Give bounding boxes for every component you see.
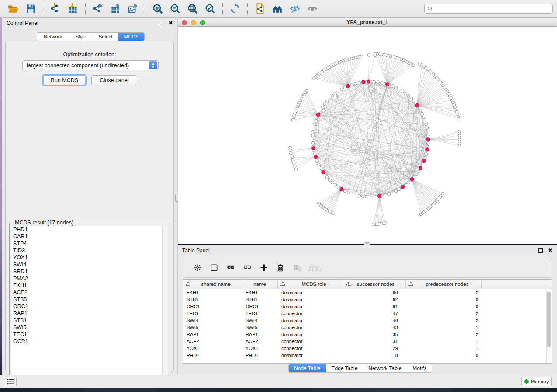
- open-session-button[interactable]: [4, 1, 22, 16]
- zoom-in-button[interactable]: [149, 1, 166, 16]
- tab-node-table[interactable]: Node Table: [289, 364, 326, 372]
- ring-node[interactable]: [331, 94, 334, 97]
- mcds-hub-node[interactable]: [426, 138, 430, 141]
- ring-node[interactable]: [316, 160, 319, 163]
- mcds-hub-node[interactable]: [401, 185, 405, 189]
- ring-node[interactable]: [337, 186, 340, 189]
- ring-node[interactable]: [417, 170, 420, 173]
- window-close-button[interactable]: [182, 20, 187, 25]
- ring-node[interactable]: [426, 134, 429, 137]
- table-scroll-thumb[interactable]: [547, 292, 551, 347]
- ring-node[interactable]: [419, 109, 422, 112]
- network-graph-canvas[interactable]: [178, 27, 557, 244]
- mcds-result-item[interactable]: SRD1: [11, 268, 168, 275]
- ring-node[interactable]: [404, 92, 407, 95]
- mcds-hub-node[interactable]: [385, 83, 389, 86]
- leaf-node[interactable]: [294, 168, 298, 171]
- table-row-PHD1[interactable]: PHD1PHD1dominator180: [183, 352, 552, 359]
- task-history-button[interactable]: [5, 377, 17, 386]
- ring-node[interactable]: [407, 181, 410, 184]
- table-row-ACE2[interactable]: ACE2ACE2connector311: [183, 338, 552, 345]
- mcds-result-item[interactable]: STB5: [11, 296, 168, 303]
- tab-select[interactable]: Select: [93, 33, 118, 41]
- mcds-result-list[interactable]: PHD1CAR1STP4TID3YOX1SWI4SRD1PMA2FKH1ACE2…: [11, 226, 168, 382]
- ring-node[interactable]: [347, 191, 350, 194]
- hide-selected-button[interactable]: [286, 1, 304, 16]
- leaf-node[interactable]: [292, 162, 295, 165]
- table-row-SWI5[interactable]: SWI5SWI5connector431: [183, 324, 552, 331]
- delete-column-button[interactable]: [272, 260, 289, 275]
- mcds-result-item[interactable]: FKH1: [11, 282, 168, 289]
- save-session-button[interactable]: [22, 1, 39, 16]
- ring-node[interactable]: [317, 163, 320, 166]
- ring-node[interactable]: [325, 100, 329, 103]
- float-window-icon[interactable]: [538, 248, 543, 253]
- ring-node[interactable]: [425, 153, 428, 156]
- mcds-hub-node[interactable]: [340, 187, 343, 191]
- import-table-button[interactable]: [64, 1, 82, 16]
- mcds-result-item[interactable]: PMA2: [11, 275, 168, 282]
- leaf-node[interactable]: [289, 149, 292, 152]
- ring-node[interactable]: [311, 141, 315, 144]
- ring-node[interactable]: [358, 194, 361, 197]
- import-network-button[interactable]: [47, 1, 64, 16]
- mcds-hub-node[interactable]: [316, 113, 320, 117]
- close-panel-button[interactable]: Close panel: [91, 75, 137, 85]
- ring-node[interactable]: [321, 106, 324, 109]
- tab-edge-table[interactable]: Edge Table: [326, 364, 363, 372]
- mcds-hub-node[interactable]: [415, 103, 419, 107]
- network-from-selection-button[interactable]: [251, 1, 269, 16]
- mcds-result-item[interactable]: RAP1: [11, 310, 168, 317]
- mcds-result-item[interactable]: SWI4: [11, 261, 168, 268]
- float-window-icon[interactable]: [159, 21, 163, 25]
- zoom-fit-button[interactable]: [184, 1, 201, 16]
- select-all-button[interactable]: [222, 260, 239, 275]
- leaf-node[interactable]: [374, 52, 377, 55]
- ring-node[interactable]: [325, 176, 329, 179]
- ring-node[interactable]: [384, 193, 387, 196]
- close-panel-icon[interactable]: ✖: [548, 248, 553, 253]
- leaf-node[interactable]: [293, 165, 296, 168]
- window-minimize-button[interactable]: [191, 20, 196, 25]
- ring-node[interactable]: [350, 83, 353, 86]
- memory-button[interactable]: Memory: [521, 377, 552, 386]
- show-all-button[interactable]: [304, 1, 321, 16]
- window-zoom-button[interactable]: [200, 20, 205, 25]
- zoom-selected-button[interactable]: [201, 1, 219, 16]
- tab-style[interactable]: Style: [69, 33, 93, 41]
- ring-node[interactable]: [323, 103, 326, 106]
- search-box[interactable]: [424, 4, 553, 14]
- zoom-out-button[interactable]: [166, 1, 184, 16]
- ring-node[interactable]: [426, 141, 429, 144]
- tab-mcds[interactable]: MCDS: [118, 33, 144, 41]
- leaf-node[interactable]: [289, 146, 292, 149]
- mcds-hub-node[interactable]: [377, 194, 381, 198]
- mcds-hub-node[interactable]: [410, 178, 414, 181]
- leaf-node[interactable]: [291, 156, 294, 159]
- mcds-hub-node[interactable]: [419, 166, 422, 170]
- export-network-button[interactable]: [89, 1, 107, 16]
- export-table-button[interactable]: [107, 1, 124, 16]
- leaf-node[interactable]: [367, 54, 370, 57]
- tab-motifs[interactable]: Motifs: [407, 364, 432, 372]
- table-settings-button[interactable]: [189, 260, 206, 275]
- leaf-node[interactable]: [312, 77, 315, 80]
- ring-node[interactable]: [401, 90, 404, 93]
- table-row-ORC1[interactable]: ORC1ORC1dominator610: [183, 303, 552, 310]
- mcds-hub-node[interactable]: [311, 146, 315, 150]
- column-visibility-button[interactable]: [206, 260, 222, 275]
- mcds-hub-node[interactable]: [346, 84, 349, 88]
- ring-node[interactable]: [354, 82, 357, 85]
- mcds-result-item[interactable]: YOX1: [11, 254, 168, 261]
- ring-node[interactable]: [311, 134, 315, 137]
- leaf-node[interactable]: [289, 152, 292, 155]
- column-header-MCDS-role[interactable]: MCDS role: [278, 280, 343, 289]
- ring-node[interactable]: [365, 195, 368, 198]
- mcds-result-item[interactable]: STP4: [11, 240, 168, 247]
- mcds-result-item[interactable]: SWI5: [11, 324, 168, 331]
- mcds-result-item[interactable]: CAR1: [11, 233, 168, 240]
- ring-node[interactable]: [415, 173, 418, 176]
- ring-node[interactable]: [407, 94, 410, 97]
- ring-node[interactable]: [361, 195, 364, 198]
- mcds-hub-node[interactable]: [322, 171, 325, 174]
